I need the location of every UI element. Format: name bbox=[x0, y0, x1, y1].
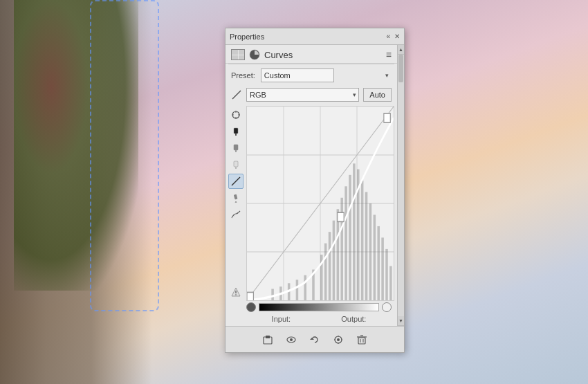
svg-point-16 bbox=[235, 294, 237, 295]
svg-rect-8 bbox=[234, 145, 238, 150]
preset-select[interactable]: Custom Default Strong Contrast Linear Me… bbox=[261, 68, 334, 82]
eyedropper-white-btn[interactable] bbox=[228, 157, 244, 172]
pencil-btn[interactable] bbox=[228, 190, 244, 205]
svg-rect-27 bbox=[333, 221, 336, 300]
panel-titlebar: Properties « ✕ bbox=[226, 28, 404, 45]
svg-rect-45 bbox=[296, 280, 299, 300]
panel-menu-btn[interactable]: ≡ bbox=[386, 49, 392, 60]
channel-select[interactable]: RGB Red Green Blue bbox=[246, 88, 359, 102]
svg-rect-37 bbox=[374, 214, 376, 300]
input-gradient-bar[interactable] bbox=[259, 303, 379, 311]
svg-rect-28 bbox=[337, 209, 340, 300]
add-mask-btn[interactable] bbox=[260, 332, 275, 347]
input-label: Input: bbox=[272, 315, 291, 323]
svg-rect-10 bbox=[234, 161, 238, 167]
svg-rect-52 bbox=[266, 336, 270, 338]
channel-curve-icon bbox=[231, 89, 242, 100]
smooth-btn[interactable] bbox=[228, 207, 244, 222]
svg-rect-49 bbox=[338, 212, 344, 221]
svg-rect-32 bbox=[353, 163, 356, 300]
svg-rect-34 bbox=[361, 181, 364, 300]
svg-rect-42 bbox=[271, 289, 274, 300]
clipping-warning-btn[interactable] bbox=[228, 284, 244, 300]
auto-button[interactable]: Auto bbox=[363, 88, 392, 102]
svg-rect-12 bbox=[234, 194, 238, 200]
channel-row: RGB Red Green Blue Auto bbox=[226, 86, 397, 106]
svg-rect-25 bbox=[324, 244, 327, 300]
reset-adjustment-btn[interactable] bbox=[307, 332, 322, 347]
svg-marker-13 bbox=[235, 201, 237, 203]
adjustment-icon bbox=[249, 49, 260, 60]
view-btn[interactable] bbox=[331, 332, 346, 347]
curves-title: Curves bbox=[264, 50, 293, 60]
ivy-overlay bbox=[14, 0, 138, 291]
svg-rect-39 bbox=[381, 237, 384, 300]
grid-icon bbox=[231, 49, 245, 60]
svg-rect-41 bbox=[389, 266, 392, 300]
svg-rect-40 bbox=[385, 249, 388, 300]
curve-canvas[interactable] bbox=[246, 106, 394, 301]
preset-select-wrapper: Custom Default Strong Contrast Linear Me… bbox=[261, 68, 392, 82]
io-row: Input: Output: bbox=[226, 313, 397, 326]
scroll-track bbox=[398, 55, 404, 316]
svg-rect-30 bbox=[344, 186, 347, 300]
svg-rect-35 bbox=[365, 192, 368, 300]
panel-collapse-btn[interactable]: « bbox=[386, 33, 390, 40]
panel-body: Curves ≡ Preset: Custom Default Strong C… bbox=[226, 45, 404, 326]
left-toolbar bbox=[228, 106, 245, 301]
svg-marker-55 bbox=[310, 338, 314, 340]
channel-select-wrapper: RGB Red Green Blue bbox=[246, 88, 359, 102]
target-tool-btn[interactable] bbox=[228, 107, 244, 122]
panel-title: Properties bbox=[230, 33, 264, 41]
curve-svg bbox=[247, 107, 394, 300]
svg-rect-48 bbox=[247, 292, 253, 300]
scroll-down-btn[interactable]: ▼ bbox=[398, 316, 404, 326]
svg-rect-62 bbox=[358, 338, 365, 344]
svg-rect-31 bbox=[349, 175, 351, 300]
black-point-circle[interactable] bbox=[246, 302, 256, 312]
tools-curve-row bbox=[226, 106, 397, 301]
eyedropper-gray-btn[interactable] bbox=[228, 140, 244, 156]
panel-title-right: « ✕ bbox=[386, 33, 400, 40]
panel-title-left: Properties bbox=[230, 33, 264, 41]
panel-section-header: Curves ≡ bbox=[226, 45, 397, 64]
svg-point-57 bbox=[337, 338, 340, 341]
panel-bottom-toolbar bbox=[226, 326, 404, 352]
svg-point-54 bbox=[290, 338, 293, 341]
visibility-btn[interactable] bbox=[284, 332, 299, 347]
svg-rect-26 bbox=[329, 232, 331, 300]
svg-rect-6 bbox=[234, 128, 238, 134]
svg-rect-46 bbox=[304, 275, 306, 300]
svg-rect-50 bbox=[384, 113, 390, 122]
preset-row: Preset: Custom Default Strong Contrast L… bbox=[226, 64, 397, 86]
output-label: Output: bbox=[341, 315, 366, 323]
properties-panel: Properties « ✕ Cur bbox=[225, 28, 405, 353]
scroll-thumb[interactable] bbox=[398, 55, 403, 82]
curve-area[interactable] bbox=[246, 106, 394, 301]
scroll-up-btn[interactable]: ▲ bbox=[398, 45, 404, 55]
panel-scrollbar: ▲ ▼ bbox=[397, 45, 404, 326]
delete-btn[interactable] bbox=[354, 332, 369, 347]
svg-rect-38 bbox=[377, 226, 380, 300]
panel-close-btn[interactable]: ✕ bbox=[394, 33, 400, 40]
curve-edit-btn[interactable] bbox=[228, 174, 244, 189]
panel-content: Curves ≡ Preset: Custom Default Strong C… bbox=[226, 45, 397, 326]
white-point-circle[interactable] bbox=[382, 302, 392, 312]
gradient-bar-row bbox=[226, 301, 397, 313]
preset-label: Preset: bbox=[231, 71, 255, 80]
eyedropper-black-btn[interactable] bbox=[228, 124, 244, 139]
svg-rect-36 bbox=[369, 203, 372, 300]
